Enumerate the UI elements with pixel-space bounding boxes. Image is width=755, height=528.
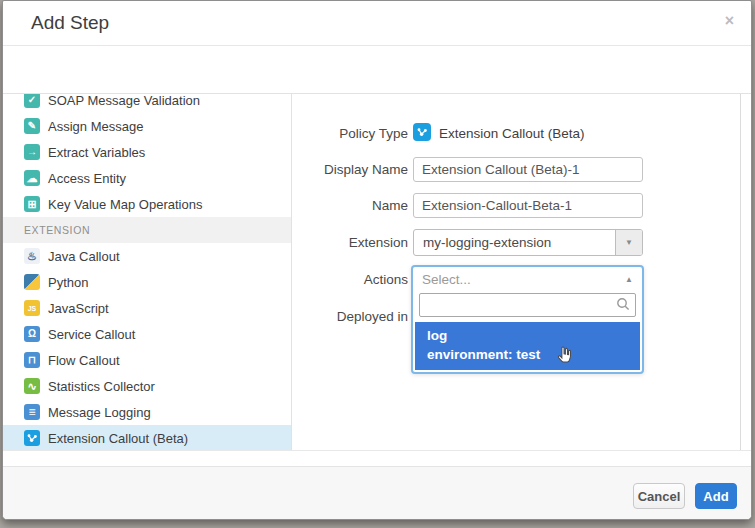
sidebar-item-flow-callout[interactable]: ⊓Flow Callout: [3, 347, 291, 373]
add-step-dialog: Add Step × Policy Instance New Existing …: [2, 0, 752, 520]
deployed-in-label: Deployed in: [298, 309, 408, 324]
dialog-title: Add Step: [31, 12, 109, 34]
sidebar-item-message-logging[interactable]: ≡Message Logging: [3, 399, 291, 425]
policy-list: ✓SOAP Message Validation✎Assign Message→…: [3, 94, 291, 450]
option-action-name: log: [427, 326, 628, 345]
policy-list-panel: ✓SOAP Message Validation✎Assign Message→…: [3, 94, 292, 450]
statistics-collector-icon: ∿: [24, 378, 40, 394]
sidebar-item-java-callout[interactable]: ♨Java Callout: [3, 243, 291, 269]
sidebar-item-label: Statistics Collector: [48, 379, 155, 394]
key-value-map-operations-icon: ⊞: [24, 196, 40, 212]
actions-combobox-header[interactable]: Select... ▲: [413, 267, 642, 292]
sidebar-item-extension-callout[interactable]: Extension Callout (Beta): [3, 425, 291, 450]
actions-label: Actions: [298, 272, 408, 287]
sidebar-item-label: Access Entity: [48, 171, 126, 186]
policy-type-value: Extension Callout (Beta): [439, 126, 585, 141]
add-button[interactable]: Add: [695, 483, 737, 509]
actions-search-input[interactable]: [419, 293, 636, 317]
search-icon: [616, 297, 630, 315]
sidebar-item-label: SOAP Message Validation: [48, 94, 200, 108]
sidebar-item-label: Extension Callout (Beta): [48, 431, 188, 446]
option-log-environment-test[interactable]: log environment: test: [415, 322, 640, 370]
sidebar-item-soap-message-validation[interactable]: ✓SOAP Message Validation: [3, 94, 291, 113]
display-name-input[interactable]: [413, 157, 643, 182]
policy-instance-row: Policy Instance New Existing: [3, 46, 751, 93]
sidebar-item-assign-message[interactable]: ✎Assign Message: [3, 113, 291, 139]
sidebar-item-label: Extract Variables: [48, 145, 145, 160]
service-callout-icon: Ω: [24, 326, 40, 342]
sidebar-item-label: Flow Callout: [48, 353, 120, 368]
flow-callout-icon: ⊓: [24, 352, 40, 368]
caret-up-icon: ▲: [625, 275, 633, 284]
access-entity-icon: ☁: [24, 170, 40, 186]
cursor-pointer-icon: [554, 344, 575, 370]
sidebar-item-extract-variables[interactable]: →Extract Variables: [3, 139, 291, 165]
sidebar-item-javascript[interactable]: JSJavaScript: [3, 295, 291, 321]
sidebar-item-label: Service Callout: [48, 327, 135, 342]
sidebar-item-key-value-map-operations[interactable]: ⊞Key Value Map Operations: [3, 191, 291, 217]
policy-type-label: Policy Type: [298, 126, 408, 141]
extension-callout-icon: [413, 123, 431, 141]
close-icon[interactable]: ×: [725, 13, 734, 29]
sidebar-item-label: Assign Message: [48, 119, 143, 134]
caret-down-icon: ▼: [625, 238, 633, 247]
sidebar-item-label: Python: [48, 275, 88, 290]
sidebar-item-label: Java Callout: [48, 249, 120, 264]
actions-combobox: Select... ▲ log environment: test: [411, 265, 644, 374]
sidebar-item-access-entity[interactable]: ☁Access Entity: [3, 165, 291, 191]
extension-label: Extension: [298, 235, 408, 250]
extension-callout-icon: [24, 430, 40, 446]
sidebar-item-label: Key Value Map Operations: [48, 197, 202, 212]
extension-select-value: my-logging-extension: [414, 235, 615, 250]
dialog-header: Add Step ×: [3, 1, 751, 46]
display-name-label: Display Name: [298, 162, 408, 177]
actions-placeholder: Select...: [422, 272, 625, 287]
extract-variables-icon: →: [24, 144, 40, 160]
assign-message-icon: ✎: [24, 118, 40, 134]
extension-select[interactable]: my-logging-extension ▼: [413, 229, 643, 256]
sidebar-item-python[interactable]: Python: [3, 269, 291, 295]
sidebar-item-statistics-collector[interactable]: ∿Statistics Collector: [3, 373, 291, 399]
sidebar-item-label: Message Logging: [48, 405, 151, 420]
message-logging-icon: ≡: [24, 404, 40, 420]
cancel-button[interactable]: Cancel: [633, 483, 685, 509]
name-label: Name: [298, 198, 408, 213]
sidebar-item-service-callout[interactable]: ΩService Callout: [3, 321, 291, 347]
python-icon: [24, 274, 40, 290]
option-action-environment: environment: test: [427, 345, 628, 364]
form-panel-scrollbar[interactable]: [740, 94, 747, 450]
sidebar-item-label: JavaScript: [48, 301, 109, 316]
soap-message-validation-icon: ✓: [24, 94, 40, 108]
name-input[interactable]: [413, 193, 643, 218]
javascript-icon: JS: [24, 300, 40, 316]
section-header-extension: EXTENSION: [3, 217, 291, 243]
extension-select-button[interactable]: ▼: [615, 230, 642, 255]
java-callout-icon: ♨: [24, 248, 40, 264]
